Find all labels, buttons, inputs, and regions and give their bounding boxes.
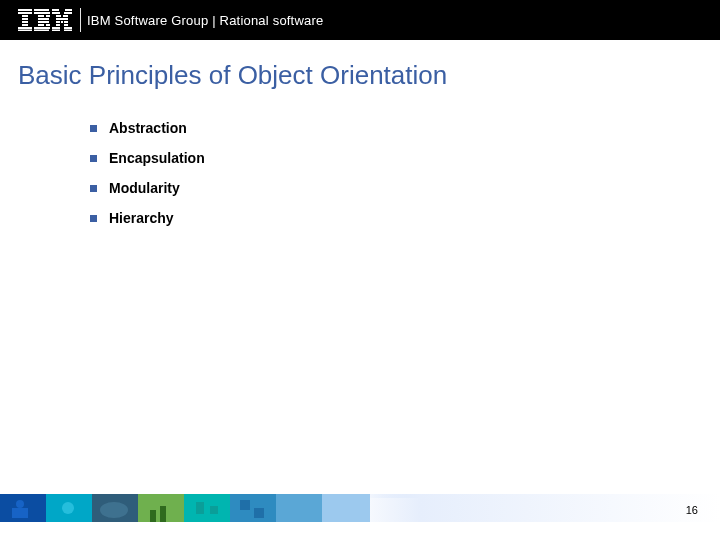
svg-rect-2 xyxy=(22,15,28,17)
bullet-text: Modularity xyxy=(109,180,180,196)
svg-rect-20 xyxy=(52,12,60,14)
svg-rect-50 xyxy=(196,502,204,514)
svg-rect-13 xyxy=(38,21,49,23)
footer-art xyxy=(0,494,370,522)
svg-rect-25 xyxy=(60,18,64,20)
svg-rect-34 xyxy=(52,30,60,32)
svg-rect-6 xyxy=(18,27,32,29)
header-divider xyxy=(80,8,81,32)
svg-rect-43 xyxy=(322,494,370,522)
svg-rect-0 xyxy=(18,9,32,11)
svg-rect-29 xyxy=(64,21,68,23)
svg-rect-16 xyxy=(34,27,50,29)
bullet-text: Hierarchy xyxy=(109,210,174,226)
svg-rect-9 xyxy=(34,12,50,14)
svg-rect-33 xyxy=(64,27,72,29)
svg-rect-40 xyxy=(184,494,230,522)
svg-rect-21 xyxy=(64,12,72,14)
svg-rect-17 xyxy=(34,30,49,32)
svg-rect-51 xyxy=(210,506,218,514)
svg-rect-22 xyxy=(56,15,61,17)
svg-rect-8 xyxy=(34,9,49,11)
svg-rect-53 xyxy=(254,508,264,518)
list-item: Abstraction xyxy=(90,120,680,136)
bullet-icon xyxy=(90,185,97,192)
svg-rect-35 xyxy=(64,30,72,32)
bullet-list: Abstraction Encapsulation Modularity Hie… xyxy=(90,120,680,240)
svg-rect-18 xyxy=(52,9,59,11)
svg-rect-32 xyxy=(52,27,60,29)
svg-rect-42 xyxy=(276,494,322,522)
bullet-icon xyxy=(90,215,97,222)
svg-rect-19 xyxy=(65,9,72,11)
svg-rect-14 xyxy=(38,24,44,26)
svg-rect-23 xyxy=(63,15,68,17)
slide: IBM Software Group | Rational software B… xyxy=(0,0,720,540)
svg-rect-28 xyxy=(61,21,63,23)
svg-point-44 xyxy=(16,500,24,508)
page-number: 16 xyxy=(686,504,698,516)
svg-rect-27 xyxy=(56,21,60,23)
header-breadcrumb: IBM Software Group | Rational software xyxy=(87,13,323,28)
svg-point-46 xyxy=(62,502,74,514)
ibm-logo xyxy=(18,9,72,31)
bullet-text: Abstraction xyxy=(109,120,187,136)
svg-rect-3 xyxy=(22,18,28,20)
svg-rect-30 xyxy=(56,24,60,26)
svg-rect-1 xyxy=(18,12,32,14)
bullet-icon xyxy=(90,155,97,162)
svg-rect-24 xyxy=(56,18,60,20)
svg-rect-11 xyxy=(46,15,50,17)
svg-point-47 xyxy=(100,502,128,518)
svg-rect-5 xyxy=(22,24,28,26)
list-item: Modularity xyxy=(90,180,680,196)
svg-rect-31 xyxy=(64,24,68,26)
list-item: Hierarchy xyxy=(90,210,680,226)
svg-rect-52 xyxy=(240,500,250,510)
bullet-text: Encapsulation xyxy=(109,150,205,166)
svg-rect-7 xyxy=(18,30,32,32)
list-item: Encapsulation xyxy=(90,150,680,166)
page-title: Basic Principles of Object Orientation xyxy=(18,60,447,91)
svg-rect-10 xyxy=(38,15,44,17)
svg-rect-15 xyxy=(46,24,50,26)
svg-rect-48 xyxy=(150,510,156,522)
bullet-icon xyxy=(90,125,97,132)
header-bar: IBM Software Group | Rational software xyxy=(0,0,720,40)
svg-rect-45 xyxy=(12,508,28,518)
svg-rect-26 xyxy=(64,18,68,20)
svg-rect-4 xyxy=(22,21,28,23)
svg-rect-12 xyxy=(38,18,49,20)
svg-rect-41 xyxy=(230,494,276,522)
svg-rect-49 xyxy=(160,506,166,522)
